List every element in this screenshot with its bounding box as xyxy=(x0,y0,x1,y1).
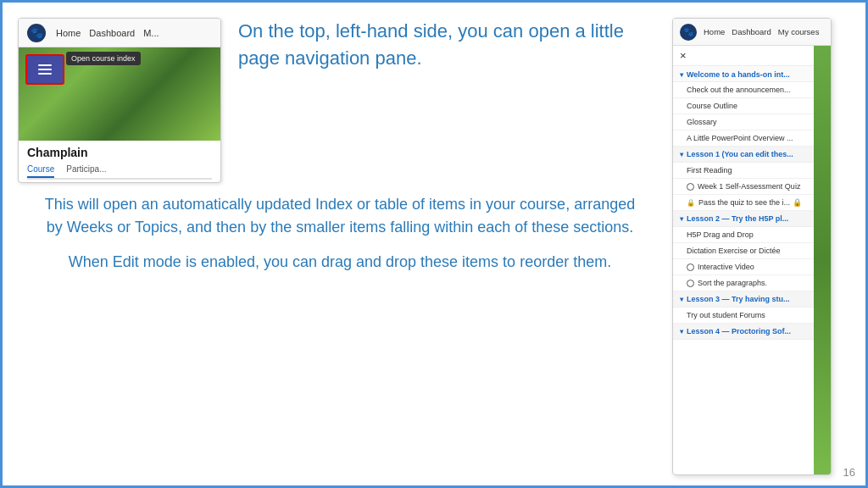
mock-topbar: 🐾 Home Dashboard M... xyxy=(19,19,220,47)
nav-lesson1-section: ▾ Lesson 1 (You can edit thes... xyxy=(673,147,814,163)
nav-item-interactive-video[interactable]: Interactive Video xyxy=(673,259,814,275)
nav-item-announcements[interactable]: Check out the announcemen... xyxy=(673,82,814,98)
circle-icon-3 xyxy=(687,280,694,287)
screenshot-mockup: 🐾 Home Dashboard M... xyxy=(18,18,221,183)
nav-item-forums[interactable]: Try out student Forums xyxy=(673,308,814,324)
chevron-down-icon-2: ▾ xyxy=(680,151,683,158)
chevron-down-icon: ▾ xyxy=(680,71,683,79)
nav-item-powerpoint[interactable]: A Little PowerPoint Overview ... xyxy=(673,130,814,147)
circle-icon-2 xyxy=(687,263,694,271)
tab-course[interactable]: Course xyxy=(27,164,54,178)
nav-close-button[interactable]: × xyxy=(673,46,814,66)
nav-item-course-outline[interactable]: Course Outline xyxy=(673,98,814,114)
nav-panel-mockup: 🐾 Home Dashboard My courses × ▾ Welcome … xyxy=(672,18,832,475)
nav-top-links: Home Dashboard My courses xyxy=(704,27,819,36)
page-number: 16 xyxy=(843,466,855,479)
nav-lesson2-section: ▾ Lesson 2 — Try the H5P pl... xyxy=(673,211,814,227)
nav-item-first-reading[interactable]: First Reading xyxy=(673,163,814,179)
nav-lesson4-section: ▾ Lesson 4 — Proctoring Sof... xyxy=(673,324,814,340)
nav-paw-icon: 🐾 xyxy=(680,24,697,41)
menu-line-1 xyxy=(38,64,52,66)
nav-welcome-section: ▾ Welcome to a hands-on int... xyxy=(673,66,814,82)
nav-item-pass-quiz[interactable]: 🔒 Pass the quiz to see the i... 🔒 xyxy=(673,195,814,211)
mock-dashboard-link: Dashboard xyxy=(89,28,135,38)
lock-icon: 🔒 xyxy=(687,199,695,207)
mock-home-link: Home xyxy=(56,28,81,38)
menu-line-2 xyxy=(38,69,52,70)
nav-lesson3-section: ▾ Lesson 3 — Try having stu... xyxy=(673,291,814,308)
body-paragraph-2: When Edit mode is enabled, you can drag … xyxy=(35,251,645,274)
tab-participa[interactable]: Participa... xyxy=(66,164,106,176)
nav-item-glossary[interactable]: Glossary xyxy=(673,114,814,130)
nav-panel-inner: × ▾ Welcome to a hands-on int... Check o… xyxy=(673,46,831,474)
menu-icon xyxy=(38,64,52,75)
top-description-paragraph: On the top, left-hand side, you can open… xyxy=(238,18,662,72)
nav-item-sort-paragraphs[interactable]: Sort the paragraphs. xyxy=(673,275,814,291)
chevron-down-icon-4: ▾ xyxy=(680,296,683,303)
chevron-down-icon-3: ▾ xyxy=(680,215,683,223)
body-paragraph-1: This will open an automatically updated … xyxy=(35,193,645,239)
nav-item-quiz[interactable]: Week 1 Self-Assessment Quiz xyxy=(673,179,814,195)
right-section: 🐾 Home Dashboard My courses × ▾ Welcome … xyxy=(670,18,832,470)
mock-more-link: M... xyxy=(143,28,159,38)
mock-image-area: Open course index xyxy=(19,47,220,141)
nav-list: × ▾ Welcome to a hands-on int... Check o… xyxy=(673,46,814,474)
nav-side-image xyxy=(814,46,831,474)
circle-icon xyxy=(687,183,694,191)
nav-home-link[interactable]: Home xyxy=(704,27,725,36)
left-section: 🐾 Home Dashboard M... xyxy=(18,18,662,470)
mock-course-info: Champlain Course Participa... xyxy=(19,141,220,182)
open-course-index-tooltip: Open course index xyxy=(66,52,141,65)
nav-topbar: 🐾 Home Dashboard My courses xyxy=(673,19,831,46)
description-text: On the top, left-hand side, you can open… xyxy=(238,18,662,72)
nav-item-dictation[interactable]: Dictation Exercise or Dictée xyxy=(673,243,814,259)
index-icon-highlight[interactable] xyxy=(25,54,64,85)
main-text: This will open an automatically updated … xyxy=(18,193,662,286)
course-title: Champlain xyxy=(27,146,212,159)
mock-tabs: Course Participa... xyxy=(27,164,212,180)
mock-nav-links: Home Dashboard M... xyxy=(56,28,159,38)
nav-dashboard-link[interactable]: Dashboard xyxy=(732,27,771,36)
mock-body: Open course index Champlain Course Parti… xyxy=(19,47,220,182)
chevron-down-icon-5: ▾ xyxy=(680,328,683,336)
top-area: 🐾 Home Dashboard M... xyxy=(18,18,662,183)
nav-mycourses-link[interactable]: My courses xyxy=(778,27,820,36)
mock-paw-icon: 🐾 xyxy=(27,24,46,42)
slide-container: 🐾 Home Dashboard M... xyxy=(3,3,865,485)
menu-line-3 xyxy=(38,73,52,75)
nav-item-h5p-drag[interactable]: H5P Drag and Drop xyxy=(673,227,814,243)
